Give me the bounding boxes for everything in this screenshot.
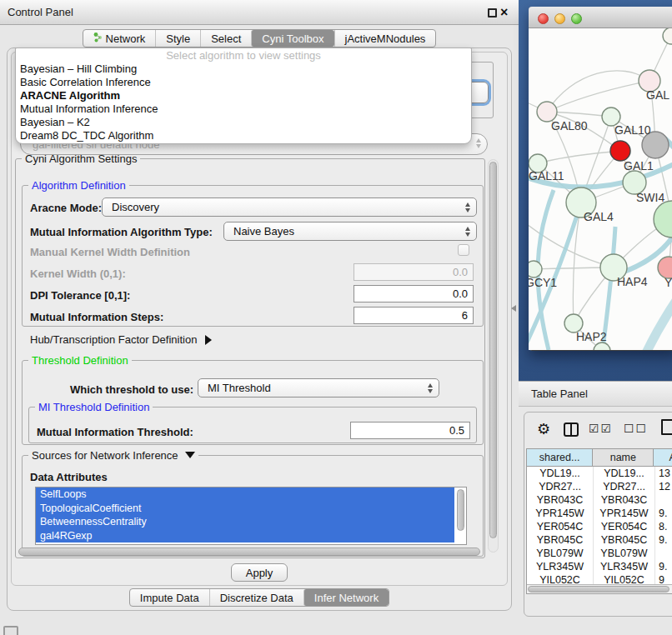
mi-steps-input[interactable]: 6 [354,307,474,324]
sources-toggle[interactable]: Sources for Network Inference [28,449,198,462]
which-threshold-select[interactable]: MI Threshold [198,378,439,398]
aracne-mode-label: Aracne Mode: [30,202,102,214]
table-row[interactable]: YBL079WYBL079W [527,547,672,560]
apply-button[interactable]: Apply [231,563,288,582]
mi-threshold-input[interactable]: 0.5 [350,422,470,439]
aracne-mode-select[interactable]: Discovery [102,198,477,217]
hub-definition-toggle[interactable]: Hub/Transcription Factor Definition [30,333,212,346]
table-cell: YDL19... [594,467,655,480]
table-cell: YER054C [594,520,655,533]
mac-minimize-icon[interactable] [554,13,565,24]
table-cell: YDR27... [527,480,594,493]
algorithm-option-bayesian-k2[interactable]: Bayesian – K2 [16,116,471,129]
tab-network[interactable]: Network [83,30,156,47]
mac-zoom-icon[interactable] [571,13,582,24]
document-icon[interactable] [661,419,672,435]
tab-label: Select [211,32,241,45]
algorithm-option-basic-correlation-inference[interactable]: Basic Correlation Inference [16,76,471,89]
table-row[interactable]: YPR145WYPR145W9. [527,507,672,520]
table-cell: 9. [655,533,672,547]
table-cell: YBL079W [594,547,655,560]
tab-infer-network[interactable]: Infer Network [303,589,389,606]
mi-algorithm-type-select[interactable]: Naive Bayes [223,222,477,241]
algorithm-option-aracne-algorithm[interactable]: ARACNE Algorithm [16,89,471,102]
manual-kernel-width-checkbox[interactable] [458,244,469,256]
node-table: shared...nameA YDL19...YDL19...13YDR27..… [526,448,672,594]
node-label-gal4: GAL4 [584,210,614,223]
network-edges [529,28,672,350]
attribute-item-gal4rgexp[interactable]: gal4RGexp [36,529,454,543]
columns-icon[interactable] [564,422,579,437]
node-label-hap4: HAP4 [617,275,648,288]
tab-cyni-toolbox[interactable]: Cyni Toolbox [251,30,333,47]
which-threshold-value: MI Threshold [208,382,271,394]
stepper-arrows-icon [476,138,481,148]
column-header-a[interactable]: A [654,449,672,467]
bottom-tab-bar: Impute DataDiscretize DataInfer Network [0,588,519,607]
tab-jactivemnodules[interactable]: jActiveMNodules [334,30,436,47]
attribute-item-betweennesscentrality[interactable]: BetweennessCentrality [36,515,454,529]
algorithm-dropdown-placeholder: Select algorithm to view settings [16,48,471,62]
network-window-titlebar[interactable] [529,7,672,28]
network-node[interactable] [529,261,542,278]
table-row[interactable]: YLR345WYLR345W9. [527,560,672,573]
algorithm-dropdown-list: Select algorithm to view settings Bayesi… [15,48,472,144]
control-panel-titlebar: Control Panel × [0,0,519,25]
column-header-name[interactable]: name [593,449,654,467]
table-horizontal-scrollbar[interactable] [527,584,672,593]
float-window-icon[interactable] [488,8,497,18]
mi-algorithm-type-value: Naive Bayes [233,225,294,238]
tab-label: Network [106,32,146,45]
tab-style[interactable]: Style [155,30,200,47]
table-cell: YDL19... [527,467,594,480]
node-label-gal: GAL [646,88,669,102]
table-cell: YBR045C [594,533,655,547]
table-row[interactable]: YBR045CYBR045C9. [527,533,672,547]
network-node[interactable] [663,28,672,44]
kernel-width-input[interactable]: 0.0 [354,263,474,281]
table-cell: YBL079W [527,547,594,560]
table-cell: 9. [655,560,672,573]
stepper-arrows-icon [428,383,433,393]
table-cell [655,493,672,507]
algorithm-option-dream8-dc-tdc-algorithm[interactable]: Dream8 DC_TDC Algorithm [16,129,471,142]
network-canvas[interactable]: GALGAL80GAL10GAL1GAL11SWI4GAL4GCY1HAP4YH… [529,28,672,350]
node-label-gal11: GAL11 [529,169,564,182]
node-label-y: Y [664,276,672,289]
data-attributes-list[interactable]: SelfLoopsTopologicalCoefficientBetweenne… [35,487,467,545]
algorithm-option-bayesian-hill-climbing[interactable]: Bayesian – Hill Climbing [16,62,471,76]
settings-vertical-scrollbar[interactable] [488,159,499,552]
attribute-item-topologicalcoefficient[interactable]: TopologicalCoefficient [36,502,454,516]
control-panel-title: Control Panel [8,0,73,24]
horizontal-scrollbar[interactable] [18,548,480,556]
attributes-list-scrollbar[interactable] [457,489,464,531]
top-tab-bar: NetworkStyleSelectCyni ToolboxjActiveMNo… [0,29,519,48]
threshold-definition-title: Threshold Definition [28,354,132,367]
tab-discretize-data[interactable]: Discretize Data [209,589,303,606]
tab-select[interactable]: Select [200,30,251,47]
panel-divider-handle-icon[interactable] [511,305,516,312]
algorithm-option-mutual-information-inference[interactable]: Mutual Information Inference [16,102,471,116]
table-cell: YBR043C [594,493,655,507]
table-cell: YER054C [527,520,594,533]
table-row[interactable]: YDR27...YDR27...12 [527,480,672,493]
table-row[interactable]: YBR043CYBR043C [527,493,672,507]
checked-boxes-icon[interactable]: ☑☑ [589,422,613,435]
network-node[interactable] [610,141,630,161]
node-label-swi4: SWI4 [636,191,664,204]
unchecked-boxes-icon[interactable]: ☐☐ [624,422,648,435]
tab-impute-data[interactable]: Impute Data [130,589,209,606]
table-row[interactable]: YER054CYER054C8. [527,520,672,533]
table-cell: YDR27... [594,480,655,493]
mac-close-icon[interactable] [538,13,549,24]
attribute-item-selfloops[interactable]: SelfLoops [36,488,454,502]
table-rows: YDL19...YDL19...13YDR27...YDR27...12YBR0… [527,467,672,586]
close-icon[interactable]: × [500,4,508,21]
column-header-shared[interactable]: shared... [527,449,593,467]
network-node[interactable] [594,342,610,350]
network-node[interactable] [654,201,672,238]
table-row[interactable]: YDL19...YDL19...13 [527,467,672,480]
dpi-tolerance-input[interactable]: 0.0 [354,285,474,302]
collapsed-panel-icon[interactable] [3,626,18,635]
gear-icon[interactable]: ⚙ [537,420,550,438]
